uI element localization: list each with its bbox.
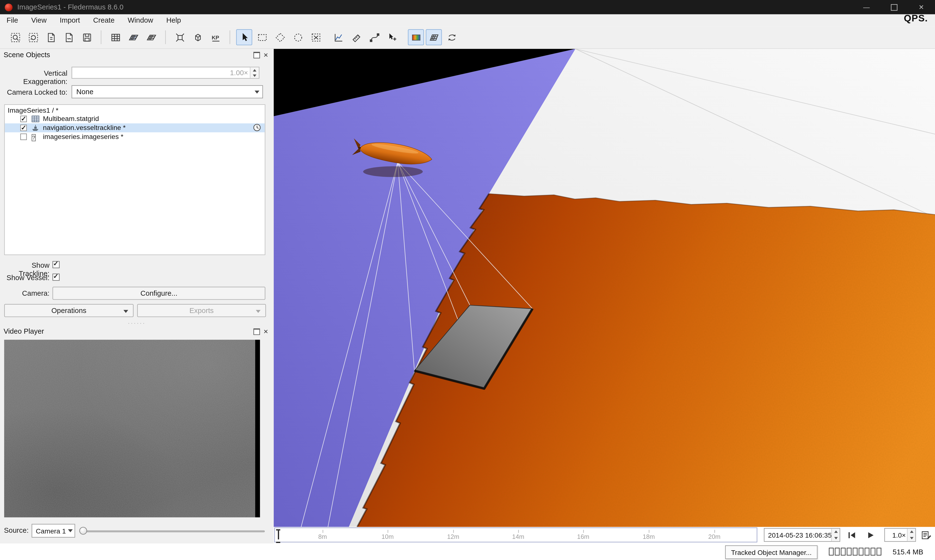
select-cursor-icon[interactable] [236,29,252,45]
tracked-object-manager-tooltip[interactable]: Tracked Object Manager... [725,545,818,559]
playback-speed-field[interactable]: 1.0× [884,528,916,542]
multibeam-checkbox[interactable] [20,115,27,122]
orbit-icon[interactable] [444,29,460,45]
vessel-icon [32,124,39,132]
skip-to-start-button[interactable] [844,528,860,542]
toolbar-separator [230,31,230,44]
rect-select-icon[interactable] [254,29,270,45]
menu-file[interactable]: File [0,14,25,26]
menu-window[interactable]: Window [121,14,160,26]
close-button[interactable]: ✕ [907,0,935,14]
tick-label: 8m [318,533,327,540]
title-bar: ImageSeries1 - Fledermaus 8.6.0 — ✕ [0,0,935,14]
tree-root-row[interactable]: ImageSeries1 / * [5,106,265,115]
configure-button[interactable]: Configure... [52,287,265,300]
chevron-down-icon [256,310,261,313]
application-window: ImageSeries1 - Fledermaus 8.6.0 — ✕ File… [0,0,935,560]
panel-splitter[interactable] [0,320,274,326]
polygon-select-icon[interactable] [272,29,288,45]
vertical-exaggeration-label: Vertical Exaggeration: [0,69,68,86]
chevron-down-icon [68,529,72,532]
menu-help[interactable]: Help [160,14,188,26]
float-panel-icon[interactable] [253,328,260,335]
timeline-track[interactable]: 8m 10m 12m 14m 16m 18m 20m [274,528,758,542]
video-source-value: Camera 1 [36,525,66,537]
zoom-extents-icon[interactable] [7,29,23,45]
shaded-surface-icon[interactable] [125,29,141,45]
tracked-object-manager-icon[interactable] [920,528,933,542]
toolbar-separator [101,31,101,44]
close-panel-icon[interactable]: ✕ [263,52,268,58]
menu-import[interactable]: Import [53,14,86,26]
timeline-playhead[interactable] [276,529,280,543]
add-point-icon[interactable] [384,29,400,45]
imageseries-icon: ? [32,133,39,141]
clear-selection-icon[interactable] [308,29,324,45]
tree-item-label: Multibeam.statgrid [43,114,99,123]
minimize-button[interactable]: — [853,0,880,14]
imageseries-checkbox[interactable] [20,134,27,140]
trackline-checkbox[interactable] [20,125,27,131]
menu-view[interactable]: View [25,14,53,26]
import-document-icon[interactable] [43,29,59,45]
refresh-view-icon[interactable] [25,29,41,45]
window-title: ImageSeries1 - Fledermaus 8.6.0 [17,0,123,14]
exports-button-label: Exports [189,306,214,315]
datetime-value: 2014-05-23 16:06:35 [768,529,832,541]
video-frame [4,340,260,517]
vessel-shadow [363,166,423,177]
wireframe-surface-icon[interactable] [143,29,159,45]
menu-create[interactable]: Create [86,14,121,26]
cube-select-icon[interactable] [189,29,206,45]
datetime-field[interactable]: 2014-05-23 16:06:35 [764,528,840,542]
exports-button[interactable]: Exports [137,304,266,317]
slider-track[interactable] [79,531,265,532]
scene-objects-tree[interactable]: ImageSeries1 / * Multibeam.statgrid navi… [4,105,265,255]
spline-icon[interactable] [366,29,382,45]
qps-logo: QPS. [904,13,928,24]
camera-label: Camera: [0,289,49,297]
tree-row-selected[interactable]: navigation.vesseltrackline * [5,123,265,132]
vertical-exaggeration-spinner[interactable] [250,68,259,78]
video-source-combo[interactable]: Camera 1 [32,524,75,538]
camera-locked-combo[interactable]: None [72,85,263,98]
play-button[interactable] [863,528,878,542]
tick-label: 18m [642,533,655,540]
scene-3d-viewport[interactable] [274,49,935,527]
configure-button-label: Configure... [140,289,177,297]
menu-bar: File View Import Create Window Help [0,14,935,26]
close-panel-icon[interactable]: ✕ [263,329,268,335]
timeline-row: 8m 10m 12m 14m 16m 18m 20m 2014-05-23 16… [274,527,935,544]
video-position-slider[interactable] [79,524,265,538]
scene-objects-title: Scene Objects [4,51,50,59]
georeference-icon[interactable] [172,29,188,45]
slider-handle[interactable] [79,527,87,535]
profile-icon[interactable] [330,29,347,45]
vertical-exaggeration-input[interactable]: 1.00× [72,67,259,78]
maximize-button[interactable] [880,0,908,14]
float-panel-icon[interactable] [253,52,260,58]
chevron-down-icon [255,90,260,93]
tree-row[interactable]: Multibeam.statgrid [5,114,265,123]
grid-surface-icon [32,115,39,123]
colormap-icon[interactable] [408,29,424,45]
export-document-icon[interactable] [61,29,77,45]
lasso-select-icon[interactable] [290,29,306,45]
show-trackline-checkbox[interactable] [52,261,60,268]
tracked-object-manager-label: Tracked Object Manager... [731,549,812,555]
tick-label: 14m [512,533,524,540]
table-view-icon[interactable] [107,29,123,45]
datetime-spinner[interactable] [831,529,839,541]
tree-item-label: imageseries.imageseries * [43,132,123,142]
tree-row[interactable]: ? imageseries.imageseries * [5,132,265,142]
measure-icon[interactable] [348,29,364,45]
vertical-exaggeration-value: 1.00× [230,68,248,78]
operations-button[interactable]: Operations [4,304,133,317]
grid-display-icon[interactable] [426,29,442,45]
save-icon[interactable] [79,29,95,45]
speed-spinner[interactable] [907,529,915,541]
show-vessel-checkbox[interactable] [52,274,60,281]
memory-gauge [829,548,881,555]
kp-range-icon[interactable]: KP [208,29,223,45]
status-bar: Tracked Object Manager... 515.4 MB [0,543,935,560]
